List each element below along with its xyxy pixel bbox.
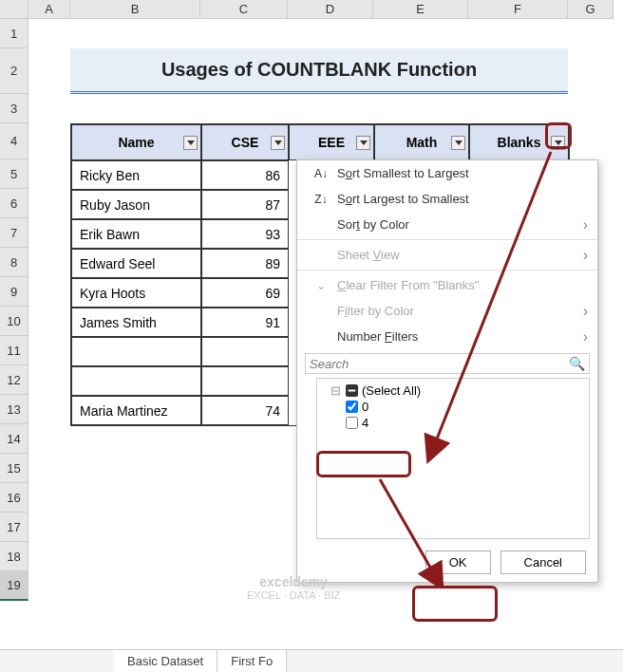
cancel-button[interactable]: Cancel [500,551,586,574]
clear-filter-icon: ⌄ [311,279,331,292]
filter-checklist: ⊟(Select All) 0 4 [316,378,590,539]
spreadsheet: A B C D E F G 1 2 3 4 5 6 7 8 9 10 11 12… [0,0,623,672]
row-header[interactable]: 6 [0,189,28,218]
tab-basic-dataset[interactable]: Basic Dataset [114,650,217,672]
cell-name[interactable] [71,366,201,396]
cell-name[interactable]: Ricky Ben [71,160,201,190]
row-header[interactable]: 8 [0,248,28,277]
cell-cse[interactable]: 89 [201,249,289,278]
highlight-ok-button [412,586,498,622]
filter-color-item: Filter by Color [297,298,597,324]
row-header[interactable]: 18 [0,542,28,571]
row-header[interactable]: 11 [0,336,28,365]
cell-cse[interactable]: 87 [201,190,289,219]
cell-cse[interactable]: 86 [201,160,289,190]
row-headers: 1 2 3 4 5 6 7 8 9 10 11 12 13 14 15 16 1… [0,19,28,601]
col-header-e[interactable]: E [373,0,468,19]
header-blanks: Blanks [469,124,569,160]
tab-first-fo[interactable]: First Fo [217,650,287,672]
col-header-f[interactable]: F [468,0,568,19]
header-eee: EEE [289,124,374,160]
cell-cse[interactable]: 91 [201,308,289,337]
row-header[interactable]: 10 [0,307,28,336]
row-header[interactable]: 9 [0,277,28,307]
col-header-c[interactable]: C [200,0,288,19]
col-header-a[interactable]: A [28,0,70,19]
row-header[interactable]: 7 [0,218,28,248]
cell-name[interactable]: Edward Seel [71,249,201,278]
sort-color-item[interactable]: Sort by Color [297,212,597,237]
sheet-view-item: Sheet View [297,242,597,268]
sheet-tabs: Basic Dataset First Fo [0,649,623,672]
search-icon: 🔍 [569,356,585,371]
col-header-d[interactable]: D [288,0,373,19]
cell-name[interactable]: Ruby Jason [71,190,201,219]
filter-button-math[interactable] [451,136,465,150]
sort-desc-icon: Z↓ [311,193,331,206]
checkbox-0[interactable] [346,401,358,413]
sort-asc-item[interactable]: A↓ Sort Smallest to Largest [297,160,597,186]
header-name: Name [71,124,201,160]
checkbox-select-all[interactable] [346,384,358,397]
filter-button-eee[interactable] [356,136,370,150]
check-0[interactable]: 0 [330,399,585,415]
filter-button-blanks[interactable] [551,136,565,150]
checkbox-4[interactable] [346,417,358,429]
row-header[interactable]: 2 [0,48,28,94]
filter-button-cse[interactable] [271,136,285,150]
row-header[interactable]: 3 [0,94,28,123]
search-box: 🔍 [305,353,590,374]
cell-name[interactable]: Erik Bawn [71,219,201,249]
cell-cse[interactable]: 93 [201,219,289,249]
ok-button[interactable]: OK [425,551,491,574]
row-header[interactable]: 17 [0,513,28,542]
cell-name[interactable]: Maria Martinez [71,396,201,425]
filter-dropdown: A↓ Sort Smallest to Largest Z↓ Sort Larg… [296,159,598,583]
header-math: Math [374,124,469,160]
number-filters-item[interactable]: Number Filters [297,324,597,349]
cell-cse[interactable] [201,337,289,366]
cell-cse[interactable]: 69 [201,278,289,308]
row-header[interactable]: 12 [0,365,28,395]
row-header[interactable]: 14 [0,424,28,454]
sort-asc-icon: A↓ [311,167,331,180]
header-cse: CSE [201,124,289,160]
filter-button-name[interactable] [183,136,198,150]
check-4[interactable]: 4 [330,415,585,431]
cell-cse[interactable] [201,366,289,396]
row-header[interactable]: 1 [0,19,28,48]
col-header-g[interactable]: G [568,0,614,19]
row-header[interactable]: 16 [0,483,28,513]
search-input[interactable] [310,357,569,371]
select-all-corner[interactable] [0,0,28,19]
cell-name[interactable]: Kyra Hoots [71,278,201,308]
row-header[interactable]: 15 [0,454,28,483]
column-headers: A B C D E F G [28,0,614,19]
page-title: Usages of COUNTBLANK Function [70,48,568,94]
row-header[interactable]: 13 [0,395,28,424]
clear-filter-item: ⌄ Clear Filter From "Blanks" [297,272,597,298]
cell-cse[interactable]: 74 [201,396,289,425]
cell-name[interactable]: James Smith [71,308,201,337]
row-header[interactable]: 5 [0,159,28,189]
cell-name[interactable] [71,337,201,366]
row-header[interactable]: 4 [0,123,28,159]
check-select-all[interactable]: ⊟(Select All) [330,383,585,399]
row-header[interactable]: 19 [0,571,28,601]
sort-desc-item[interactable]: Z↓ Sort Largest to Smallest [297,186,597,212]
col-header-b[interactable]: B [70,0,200,19]
